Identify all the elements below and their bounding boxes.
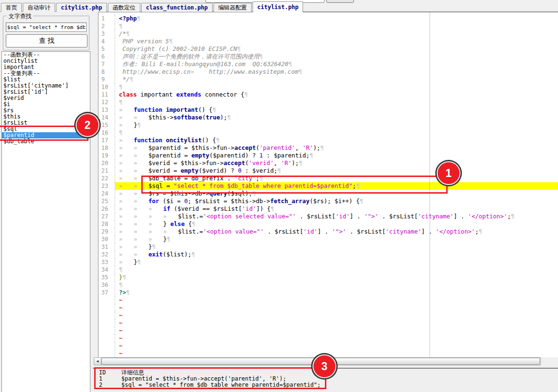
- line-number: 1: [98, 15, 115, 22]
- code-line[interactable]: 11class important extends connector {¶: [98, 91, 558, 98]
- tab-marker: »: [119, 190, 134, 197]
- line-number: 32: [98, 251, 115, 258]
- search-button[interactable]: 查 找: [6, 34, 88, 48]
- search-input[interactable]: [6, 22, 87, 32]
- pilcrow-marker: ¶: [259, 175, 263, 182]
- pilcrow-marker: ¶: [119, 83, 123, 90]
- line-number: 30: [98, 235, 115, 243]
- code-line-text: »»exit($list);¶: [115, 251, 558, 258]
- code-line[interactable]: 2¶: [98, 22, 558, 30]
- detail-row-id: 2: [93, 382, 121, 388]
- code-line[interactable]: 25»»for ($i = 0; $rsList = $this->db->fe…: [98, 197, 558, 205]
- code-line-text: »»$parentid = $this->fun->accept('parent…: [115, 144, 558, 152]
- line-number: 9: [98, 76, 115, 83]
- code-line[interactable]: 3/*¶: [98, 30, 558, 38]
- code-line[interactable]: 13»function important() {¶: [98, 106, 558, 114]
- tilde-text: ~: [115, 304, 558, 312]
- empty-line-marker: ~: [98, 342, 558, 350]
- tab-marker: »: [148, 213, 163, 220]
- pilcrow-marker: ¶: [119, 266, 123, 273]
- code-line-text: »»»»$list.='<option value="' . $rsList['…: [115, 228, 558, 235]
- code-line[interactable]: 30»»»}¶: [98, 235, 558, 243]
- tab-class-function-php[interactable]: class_function.php: [141, 3, 213, 12]
- code-line[interactable]: 34¶: [98, 266, 558, 274]
- code-line[interactable]: 37?>¶: [98, 289, 558, 296]
- symbol-listbox[interactable]: --函数列表--oncitylistimportant--变量列表--$list…: [1, 51, 90, 392]
- line-number-empty: [98, 342, 115, 350]
- code-line[interactable]: 22»»$db_table = db_prefix . 'city';¶: [98, 175, 558, 182]
- pilcrow-marker: ¶: [167, 235, 171, 243]
- empty-line-marker: ~: [98, 334, 558, 342]
- tab-function-locator[interactable]: 函数定位: [108, 3, 140, 12]
- tab-editor-config[interactable]: 编辑器配置: [214, 3, 252, 12]
- code-line[interactable]: 9 */¶: [98, 76, 558, 83]
- line-number: 13: [98, 106, 115, 114]
- line-number: 19: [98, 152, 115, 159]
- scroll-left-arrow-icon[interactable]: ◄: [94, 358, 101, 365]
- code-line[interactable]: 32»»exit($list);¶: [98, 251, 558, 258]
- pilcrow-marker: ¶: [137, 258, 141, 265]
- code-line-text: PHP version 5¶: [115, 38, 558, 45]
- code-line[interactable]: 12¶: [98, 98, 558, 106]
- tab-marker: »: [119, 106, 134, 114]
- tab-citylist-php[interactable]: citylist.php: [56, 3, 107, 12]
- detail-header-id: ID: [93, 370, 121, 376]
- code-line[interactable]: 29»»»»$list.='<option value="' . $rsList…: [98, 228, 558, 235]
- tab-auto-audit[interactable]: 自动审计: [23, 3, 55, 12]
- line-number: 10: [98, 83, 115, 91]
- list-item[interactable]: $db_table: [2, 138, 90, 145]
- pilcrow-marker: ¶: [310, 152, 313, 159]
- tab-marker: »: [148, 205, 163, 213]
- code-line[interactable]: 8 http://www.ecisp.cn» http://www.easysi…: [98, 68, 558, 76]
- code-line[interactable]: 20»»$verid = $this->fun->accept('verid',…: [98, 159, 558, 167]
- pilcrow-marker: ¶: [244, 91, 248, 98]
- code-editor[interactable]: 1<?php¶2¶3/*¶4 PHP version 5¶5 Copyright…: [98, 12, 558, 357]
- scrollbar-thumb[interactable]: [101, 358, 540, 365]
- tab-marker: »: [134, 243, 148, 251]
- code-line[interactable]: 7 作者: Bili E-mail:huangqyun@163.com QQ:6…: [98, 60, 558, 68]
- pilcrow-marker: ¶: [356, 182, 360, 189]
- tab-citylist-php-active[interactable]: citylist.php: [253, 1, 303, 12]
- code-line-highlighted[interactable]: 23»»$sql = "select * from $db_table wher…: [98, 182, 558, 190]
- code-line[interactable]: 35}¶: [98, 274, 558, 281]
- pilcrow-marker: ¶: [119, 281, 123, 288]
- code-line[interactable]: 6 声明：这不是一个免费的软件，请在许可范围内使用¶: [98, 53, 558, 60]
- tab-marker: »: [119, 114, 134, 121]
- code-line[interactable]: 33»}¶: [98, 258, 558, 266]
- top-partial-button[interactable]: [326, 0, 354, 3]
- code-line[interactable]: 36¶: [98, 281, 558, 289]
- line-number: 36: [98, 281, 115, 289]
- detail-row[interactable]: 2$sql = "select * from $db_table where p…: [93, 382, 426, 388]
- code-line[interactable]: 31»»}¶: [98, 243, 558, 251]
- code-line[interactable]: 27»»»»$list.='<option selected value="' …: [98, 213, 558, 220]
- code-line[interactable]: 26»»»if ($verid == $rsList['id']) {¶: [98, 205, 558, 213]
- detail-row-id: 1: [93, 376, 121, 382]
- tilde-text: ~: [115, 350, 558, 357]
- line-number: 25: [98, 197, 115, 205]
- pilcrow-marker: ¶: [213, 106, 216, 113]
- code-line[interactable]: 16¶: [98, 129, 558, 137]
- code-line[interactable]: 19»»$parentid = empty($parentid) ? 1 : $…: [98, 152, 558, 159]
- code-line[interactable]: 10¶: [98, 83, 558, 91]
- code-line[interactable]: 4 PHP version 5¶: [98, 38, 558, 45]
- line-number: 6: [98, 53, 115, 60]
- code-line-text: ?>¶: [115, 289, 558, 296]
- tilde-text: ~: [115, 342, 558, 350]
- detail-table: ID详细信息1$parentid = $this->fun->accept('p…: [93, 370, 426, 388]
- list-item[interactable]: $verid: [2, 95, 90, 101]
- code-line[interactable]: 21»»$verid = empty($verid) ? 0 : $verid;…: [98, 167, 558, 175]
- code-line[interactable]: 1<?php¶: [98, 15, 558, 22]
- code-line[interactable]: 5 Copyright (c) 2002-2010 ECISP.CN¶: [98, 45, 558, 53]
- code-line[interactable]: 24»»$rs = $this->db->query($sql);¶: [98, 190, 558, 197]
- list-item[interactable]: $i: [2, 101, 90, 108]
- code-line[interactable]: 15»}¶: [98, 121, 558, 129]
- tab-marker: »: [134, 182, 148, 190]
- code-line[interactable]: 18»»$parentid = $this->fun->accept('pare…: [98, 144, 558, 152]
- tab-home[interactable]: 首页: [1, 3, 22, 12]
- code-line[interactable]: 14»»$this->softbase(true);¶: [98, 114, 558, 121]
- pilcrow-marker: ¶: [169, 38, 173, 45]
- code-line[interactable]: 17»function oncitylist() {¶: [98, 137, 558, 144]
- code-line[interactable]: 28»»»} else {¶: [98, 220, 558, 228]
- tab-marker: »: [119, 251, 134, 258]
- horizontal-scrollbar[interactable]: ◄: [94, 357, 541, 365]
